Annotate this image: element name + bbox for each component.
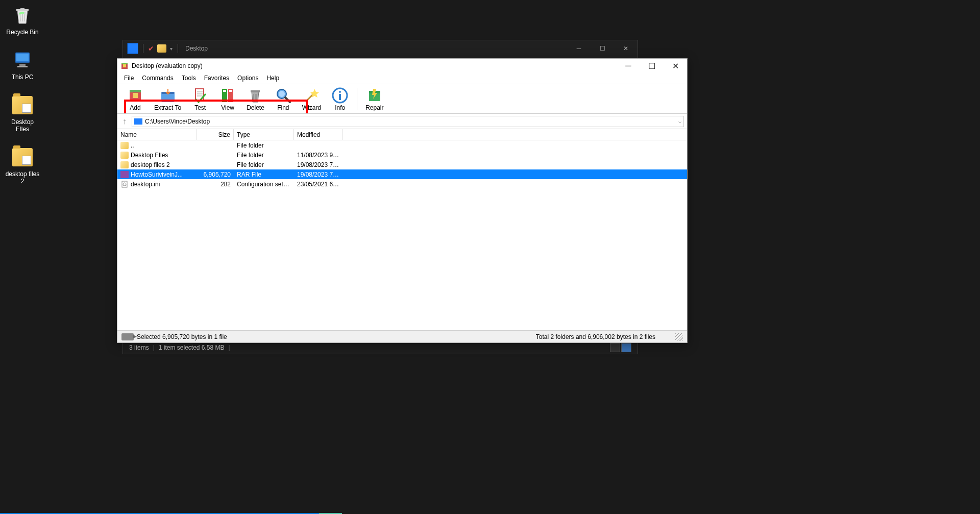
file-size: 6,905,720 — [197, 171, 234, 178]
desktop-files-2-label: desktop files 2 — [4, 170, 41, 185]
menu-favorites[interactable]: Favorites — [201, 74, 233, 83]
rar-icon — [120, 171, 129, 178]
column-type[interactable]: Type — [234, 129, 294, 140]
svg-rect-6 — [123, 64, 126, 67]
menu-options[interactable]: Options — [234, 74, 262, 83]
svg-rect-1 — [16, 54, 29, 61]
winrar-toolbar: Add Extract To Test View Delete Find Wiz… — [117, 84, 687, 114]
status-selected-text: Selected 6,905,720 bytes in 1 file — [137, 333, 227, 340]
winrar-window-title: Desktop (evaluation copy) — [132, 62, 203, 69]
wizard-button[interactable]: Wizard — [297, 86, 326, 112]
menu-tools[interactable]: Tools — [178, 74, 200, 83]
this-pc-label: This PC — [12, 74, 34, 81]
path-up-button[interactable]: ↑ — [120, 116, 129, 127]
repair-icon — [366, 87, 383, 104]
column-size[interactable]: Size — [197, 129, 234, 140]
explorer-qat-dropdown-icon[interactable]: ▾ — [170, 46, 173, 52]
find-icon — [275, 87, 292, 104]
svg-rect-3 — [17, 66, 28, 67]
winrar-maximize-button[interactable]: ☐ — [640, 59, 664, 72]
ini-icon — [120, 181, 129, 188]
file-type: File folder — [234, 142, 294, 149]
file-modified: 23/05/2021 6:1... — [294, 181, 343, 188]
svg-point-21 — [339, 91, 341, 93]
svg-rect-22 — [339, 94, 341, 100]
winrar-minimize-button[interactable]: ─ — [617, 59, 640, 72]
resize-grip[interactable] — [675, 333, 683, 341]
file-name: desktop files 2 — [131, 161, 170, 168]
winrar-file-list[interactable]: Name Size Type Modified ..File folderDes… — [117, 129, 687, 330]
file-row[interactable]: desktop.ini282Configuration setti...23/0… — [117, 179, 687, 189]
winrar-status-bar: Selected 6,905,720 bytes in 1 file Total… — [117, 330, 687, 342]
add-button[interactable]: Add — [121, 86, 149, 112]
explorer-item-count: 3 items — [129, 344, 149, 351]
explorer-pc-icon[interactable] — [127, 43, 138, 54]
extract-button[interactable]: Extract To — [149, 86, 186, 112]
menu-help[interactable]: Help — [263, 74, 283, 83]
explorer-folder-icon — [157, 44, 166, 53]
explorer-maximize-button[interactable]: ☐ — [591, 41, 614, 56]
file-type: File folder — [234, 152, 294, 159]
winrar-menubar: File Commands Tools Favorites Options He… — [117, 73, 687, 84]
winrar-close-button[interactable]: ✕ — [664, 59, 687, 72]
status-total-text: Total 2 folders and 6,906,002 bytes in 2… — [536, 333, 671, 340]
folder-icon — [120, 142, 129, 149]
file-modified: 19/08/2023 7:1... — [294, 171, 343, 178]
svg-rect-2 — [19, 64, 26, 66]
explorer-checkmark-icon: ✔ — [148, 44, 154, 53]
recycle-bin-icon[interactable]: Recycle Bin — [2, 2, 43, 38]
explorer-view-large-button[interactable] — [621, 343, 631, 352]
file-row[interactable]: ..File folder — [117, 140, 687, 150]
path-dropdown-icon[interactable]: ⌵ — [678, 118, 681, 124]
add-icon — [127, 87, 144, 104]
svg-rect-5 — [121, 63, 128, 64]
info-button[interactable]: Info — [326, 86, 354, 112]
path-combo[interactable]: C:\Users\Vince\Desktop ⌵ — [132, 116, 684, 127]
file-name: .. — [131, 142, 134, 149]
winrar-window: Desktop (evaluation copy) ─ ☐ ✕ File Com… — [117, 58, 688, 343]
file-row[interactable]: desktop files 2File folder19/08/2023 7:0… — [117, 160, 687, 169]
explorer-close-button[interactable]: ✕ — [614, 41, 638, 56]
explorer-view-details-button[interactable] — [610, 343, 620, 352]
desktop-icons-column: Recycle Bin This PC Desktop FIles deskto… — [2, 2, 43, 196]
this-pc-icon[interactable]: This PC — [2, 47, 43, 83]
desktop-files-2-folder-icon[interactable]: desktop files 2 — [2, 144, 43, 187]
svg-rect-17 — [251, 90, 260, 92]
status-drive-icon[interactable] — [121, 333, 134, 340]
test-icon — [191, 87, 209, 104]
view-icon — [219, 87, 236, 104]
column-name[interactable]: Name — [117, 129, 197, 140]
file-type: File folder — [234, 161, 294, 168]
explorer-minimize-button[interactable]: ─ — [567, 41, 591, 56]
menu-commands[interactable]: Commands — [138, 74, 177, 83]
winrar-titlebar[interactable]: Desktop (evaluation copy) ─ ☐ ✕ — [117, 59, 687, 73]
delete-button[interactable]: Delete — [241, 86, 270, 112]
view-button[interactable]: View — [214, 86, 241, 112]
file-name: desktop.ini — [131, 181, 160, 188]
explorer-titlebar[interactable]: ✔ ▾ Desktop ─ ☐ ✕ — [123, 40, 638, 57]
path-text: C:\Users\Vince\Desktop — [145, 118, 210, 125]
explorer-window-title: Desktop — [185, 45, 208, 52]
file-type: RAR File — [234, 171, 294, 178]
file-type: Configuration setti... — [234, 181, 294, 188]
test-button[interactable]: Test — [186, 86, 214, 112]
file-list-header: Name Size Type Modified — [117, 129, 687, 140]
svg-point-19 — [279, 91, 285, 97]
menu-file[interactable]: File — [120, 74, 137, 83]
file-modified: 19/08/2023 7:0... — [294, 161, 343, 168]
find-button[interactable]: Find — [270, 86, 297, 112]
file-row[interactable]: HowtoSuriviveinJ...6,905,720RAR File19/0… — [117, 169, 687, 179]
repair-button[interactable]: Repair — [360, 86, 388, 112]
extract-icon — [159, 87, 177, 104]
wizard-icon — [303, 87, 321, 104]
desktop-files-folder-icon[interactable]: Desktop FIles — [2, 92, 43, 135]
explorer-status-bar: 3 items | 1 item selected 6.58 MB | — [123, 341, 638, 354]
file-row[interactable]: Desktop FIlesFile folder11/08/2023 9:5..… — [117, 150, 687, 160]
recycle-bin-label: Recycle Bin — [6, 29, 38, 36]
column-modified[interactable]: Modified — [294, 129, 343, 140]
explorer-selected-count: 1 item selected 6.58 MB — [159, 344, 225, 351]
svg-rect-9 — [133, 93, 138, 98]
folder-icon — [120, 152, 129, 159]
svg-rect-16 — [229, 90, 232, 92]
delete-icon — [247, 87, 264, 104]
